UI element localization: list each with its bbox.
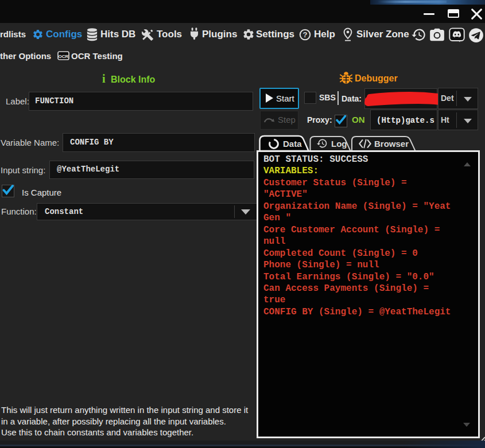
svg-text:?: ? xyxy=(302,30,307,39)
svg-text:OCR: OCR xyxy=(59,54,69,59)
